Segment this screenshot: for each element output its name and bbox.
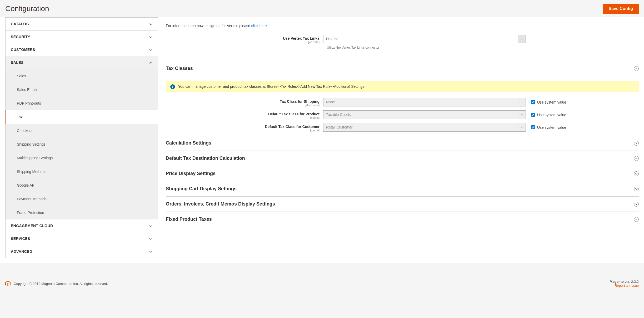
product-name: Magento [610,280,623,284]
section-header-orders-display[interactable]: Orders, Invoices, Credit Memos Display S… [166,197,639,212]
copyright-text: Copyright © 2019 Magento Commerce Inc. A… [14,282,108,286]
section-title: Orders, Invoices, Credit Memos Display S… [166,201,275,207]
use-system-customer[interactable]: Use system value [531,125,566,130]
notice-text: You can manage customer and product tax … [178,84,365,89]
sidebar-label: SERVICES [11,237,30,241]
section-header-fpt[interactable]: Fixed Product Taxes [166,212,639,227]
select-dropdown-toggle [518,110,526,119]
select-wrap: None [323,98,526,106]
intro-link[interactable]: click here [251,24,267,28]
select-wrap: Disable [323,35,526,43]
sidebar-item-shipping-settings[interactable]: Shipping Settings [6,137,158,151]
page-header: Configuration Save Config [0,0,644,17]
select-wrap: Taxable Goods [323,110,526,119]
field-vertex: Use Vertex Tax Links [website] Disable [166,35,639,44]
label-text: Default Tax Class for Customer [265,125,319,129]
page-footer: Copyright © 2019 Magento Commerce Inc. A… [0,274,644,293]
sidebar-item-multishipping[interactable]: Multishipping Settings [6,151,158,165]
chevron-down-icon [149,237,152,240]
sidebar-label: CATALOG [11,22,29,26]
sidebar-item-google-api[interactable]: Google API [6,178,158,192]
sidebar-item-tax[interactable]: Tax [6,110,158,124]
section-header-destination[interactable]: Default Tax Destination Calculation [166,151,639,166]
collapse-down-icon [634,171,639,176]
section-title: Tax Classes [166,66,193,71]
chevron-down-icon [149,224,152,227]
label-scope: [global] [166,129,319,132]
notice-tax-classes: i You can manage customer and product ta… [166,81,639,92]
field-label: Tax Class for Shipping [store view] [166,98,323,107]
field-tax-product: Default Tax Class for Product [global] T… [166,110,639,119]
sidebar-section-advanced[interactable]: ADVANCED [6,245,158,258]
sidebar-section-security[interactable]: SECURITY [6,30,158,43]
sidebar-label: SECURITY [11,35,30,39]
sidebar-item-sales-emails[interactable]: Sales Emails [6,83,158,96]
section-header-cart-display[interactable]: Shopping Cart Display Settings [166,181,639,197]
collapse-down-icon [634,217,639,222]
divider [166,57,639,57]
vertex-select[interactable]: Disable [323,35,518,43]
select-dropdown-toggle [518,123,526,132]
footer-left: Copyright © 2019 Magento Commerce Inc. A… [5,281,108,286]
sidebar-item-fraud-protection[interactable]: Fraud Protection [6,206,158,219]
label-text: Default Tax Class for Product [268,112,319,116]
sidebar-section-catalog[interactable]: CATALOG [6,18,158,30]
shipping-tax-select: None [323,98,518,106]
chevron-down-icon [149,22,152,25]
field-control: None Use system value [323,98,639,106]
section-title: Shopping Cart Display Settings [166,186,237,192]
sidebar-label: ADVANCED [11,249,32,254]
select-dropdown-toggle[interactable] [518,35,526,43]
config-content: For information on how to sign up for Ve… [158,17,639,258]
collapse-down-icon [634,187,639,191]
sidebar-section-sales[interactable]: SALES [6,56,158,69]
use-system-checkbox[interactable] [531,113,535,117]
sidebar-section-customers[interactable]: CUSTOMERS [6,43,158,56]
collapsed-sections: Calculation Settings Default Tax Destina… [166,136,639,227]
field-label: Default Tax Class for Customer [global] [166,123,323,132]
save-config-button[interactable]: Save Config [603,4,639,14]
section-title: Price Display Settings [166,171,216,176]
field-control: Disable [323,35,639,43]
version-text: ver. 2.3.2 [624,280,639,284]
sidebar-item-sales[interactable]: Sales [6,69,158,83]
sidebar-subitems-sales: Sales Sales Emails PDF Print-outs Tax Ch… [6,69,158,219]
section-tax-classes: Tax Classes i You can manage customer an… [166,62,639,132]
magento-logo-icon [5,281,11,286]
info-icon: i [170,84,175,89]
label-text: Use Vertex Tax Links [283,36,319,40]
sidebar-label: CUSTOMERS [11,48,35,52]
collapse-down-icon [634,141,639,146]
sidebar-item-payment-methods[interactable]: Payment Methods [6,192,158,206]
sidebar-item-checkout[interactable]: Checkout [6,124,158,137]
select-dropdown-toggle [518,98,526,106]
config-sidebar: CATALOG SECURITY CUSTOMERS SALES Sales S… [5,17,158,258]
sidebar-item-pdf[interactable]: PDF Print-outs [6,96,158,110]
label-scope: [store view] [166,104,319,107]
section-header-calculation[interactable]: Calculation Settings [166,136,639,151]
use-system-checkbox[interactable] [531,100,535,104]
collapse-up-icon [634,66,639,71]
section-header-price-display[interactable]: Price Display Settings [166,166,639,181]
select-wrap: Retail Customer [323,123,526,132]
report-issue-link[interactable]: Report an Issue [615,284,639,288]
chevron-up-icon [149,61,152,64]
sidebar-label: ENGAGEMENT CLOUD [11,224,53,228]
use-system-label: Use system value [537,113,566,117]
section-header-tax-classes[interactable]: Tax Classes [166,62,639,75]
use-system-label: Use system value [537,100,566,104]
use-system-product[interactable]: Use system value [531,113,566,117]
sidebar-label: SALES [11,60,24,65]
section-title: Calculation Settings [166,140,211,146]
label-text: Tax Class for Shipping [280,99,319,104]
intro-prefix: For information on how to sign up for Ve… [166,24,251,28]
field-control: Taxable Goods Use system value [323,110,639,119]
sidebar-section-engagement[interactable]: ENGAGEMENT CLOUD [6,219,158,232]
sidebar-section-services[interactable]: SERVICES [6,232,158,245]
collapse-down-icon [634,156,639,161]
chevron-down-icon [149,48,152,51]
field-label: Default Tax Class for Product [global] [166,110,323,119]
sidebar-item-shipping-methods[interactable]: Shipping Methods [6,165,158,178]
use-system-checkbox[interactable] [531,125,535,129]
use-system-shipping[interactable]: Use system value [531,100,566,104]
